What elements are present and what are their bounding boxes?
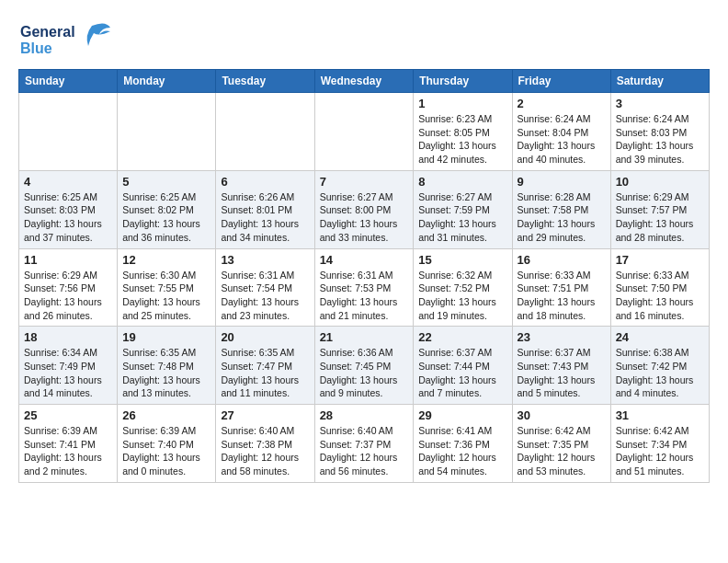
day-info: Sunrise: 6:42 AMSunset: 7:34 PMDaylight:…	[616, 424, 704, 478]
calendar-day-cell	[118, 93, 216, 171]
day-info: Sunrise: 6:34 AMSunset: 7:49 PMDaylight:…	[24, 346, 112, 400]
calendar-day-cell: 15Sunrise: 6:32 AMSunset: 7:52 PMDayligh…	[414, 248, 512, 327]
calendar-day-cell: 28Sunrise: 6:40 AMSunset: 7:37 PMDayligh…	[314, 405, 414, 483]
day-info: Sunrise: 6:37 AMSunset: 7:43 PMDaylight:…	[518, 346, 606, 400]
day-number: 6	[221, 175, 309, 189]
calendar-day-cell	[216, 93, 314, 171]
calendar-week-row: 1Sunrise: 6:23 AMSunset: 8:05 PMDaylight…	[19, 93, 710, 171]
day-number: 3	[616, 97, 704, 110]
calendar-day-cell: 24Sunrise: 6:38 AMSunset: 7:42 PMDayligh…	[610, 327, 709, 405]
day-number: 10	[616, 175, 704, 189]
day-number: 12	[122, 253, 210, 267]
calendar-day-cell: 21Sunrise: 6:36 AMSunset: 7:45 PMDayligh…	[314, 327, 414, 405]
day-number: 23	[518, 330, 606, 344]
calendar-day-cell: 16Sunrise: 6:33 AMSunset: 7:51 PMDayligh…	[512, 248, 610, 327]
calendar-header-row: SundayMondayTuesdayWednesdayThursdayFrid…	[19, 70, 710, 93]
day-number: 15	[418, 253, 506, 267]
column-header-monday: Monday	[118, 70, 216, 93]
day-info: Sunrise: 6:28 AMSunset: 7:58 PMDaylight:…	[518, 190, 606, 245]
calendar-day-cell: 2Sunrise: 6:24 AMSunset: 8:04 PMDaylight…	[512, 93, 610, 171]
calendar-day-cell: 19Sunrise: 6:35 AMSunset: 7:48 PMDayligh…	[118, 327, 216, 405]
calendar-day-cell	[19, 93, 118, 171]
column-header-friday: Friday	[512, 70, 610, 93]
calendar-day-cell: 23Sunrise: 6:37 AMSunset: 7:43 PMDayligh…	[512, 327, 610, 405]
day-info: Sunrise: 6:33 AMSunset: 7:50 PMDaylight:…	[616, 269, 704, 323]
day-info: Sunrise: 6:37 AMSunset: 7:44 PMDaylight:…	[418, 346, 506, 400]
calendar-day-cell: 12Sunrise: 6:30 AMSunset: 7:55 PMDayligh…	[118, 248, 216, 327]
calendar-table: SundayMondayTuesdayWednesdayThursdayFrid…	[18, 69, 710, 483]
day-number: 8	[418, 175, 506, 189]
day-number: 1	[418, 97, 506, 110]
calendar-day-cell: 1Sunrise: 6:23 AMSunset: 8:05 PMDaylight…	[414, 93, 512, 171]
day-number: 21	[320, 330, 409, 344]
day-info: Sunrise: 6:41 AMSunset: 7:36 PMDaylight:…	[418, 424, 506, 478]
calendar-day-cell: 7Sunrise: 6:27 AMSunset: 8:00 PMDaylight…	[314, 170, 414, 248]
calendar-week-row: 25Sunrise: 6:39 AMSunset: 7:41 PMDayligh…	[19, 405, 710, 483]
calendar-day-cell: 9Sunrise: 6:28 AMSunset: 7:58 PMDaylight…	[512, 170, 610, 248]
day-info: Sunrise: 6:38 AMSunset: 7:42 PMDaylight:…	[616, 346, 704, 400]
day-info: Sunrise: 6:39 AMSunset: 7:41 PMDaylight:…	[24, 424, 112, 478]
calendar-day-cell	[314, 93, 414, 171]
column-header-wednesday: Wednesday	[314, 70, 414, 93]
calendar-day-cell: 18Sunrise: 6:34 AMSunset: 7:49 PMDayligh…	[19, 327, 118, 405]
day-info: Sunrise: 6:25 AMSunset: 8:02 PMDaylight:…	[122, 190, 210, 245]
calendar-week-row: 4Sunrise: 6:25 AMSunset: 8:03 PMDaylight…	[19, 170, 710, 248]
day-number: 31	[616, 408, 704, 422]
calendar-day-cell: 3Sunrise: 6:24 AMSunset: 8:03 PMDaylight…	[610, 93, 709, 171]
calendar-day-cell: 4Sunrise: 6:25 AMSunset: 8:03 PMDaylight…	[19, 170, 118, 248]
day-number: 29	[418, 408, 506, 422]
day-info: Sunrise: 6:29 AMSunset: 7:57 PMDaylight:…	[616, 190, 704, 245]
page-header: General Blue	[18, 18, 710, 60]
day-info: Sunrise: 6:39 AMSunset: 7:40 PMDaylight:…	[122, 424, 210, 478]
day-number: 30	[518, 408, 606, 422]
day-info: Sunrise: 6:31 AMSunset: 7:53 PMDaylight:…	[320, 269, 409, 323]
day-number: 26	[122, 408, 210, 422]
calendar-day-cell: 20Sunrise: 6:35 AMSunset: 7:47 PMDayligh…	[216, 327, 314, 405]
column-header-sunday: Sunday	[19, 70, 118, 93]
day-number: 5	[122, 175, 210, 189]
calendar-day-cell: 30Sunrise: 6:42 AMSunset: 7:35 PMDayligh…	[512, 405, 610, 483]
svg-text:General: General	[20, 24, 75, 40]
logo: General Blue	[18, 18, 119, 60]
day-number: 4	[24, 175, 112, 189]
day-number: 11	[24, 253, 112, 267]
calendar-week-row: 18Sunrise: 6:34 AMSunset: 7:49 PMDayligh…	[19, 327, 710, 405]
day-info: Sunrise: 6:26 AMSunset: 8:01 PMDaylight:…	[221, 190, 309, 245]
column-header-thursday: Thursday	[414, 70, 512, 93]
calendar-day-cell: 6Sunrise: 6:26 AMSunset: 8:01 PMDaylight…	[216, 170, 314, 248]
day-number: 25	[24, 408, 112, 422]
calendar-day-cell: 29Sunrise: 6:41 AMSunset: 7:36 PMDayligh…	[414, 405, 512, 483]
day-info: Sunrise: 6:29 AMSunset: 7:56 PMDaylight:…	[24, 269, 112, 323]
day-number: 17	[616, 253, 704, 267]
day-number: 14	[320, 253, 409, 267]
day-number: 20	[221, 330, 309, 344]
day-info: Sunrise: 6:40 AMSunset: 7:38 PMDaylight:…	[221, 424, 309, 478]
column-header-saturday: Saturday	[610, 70, 709, 93]
calendar-day-cell: 10Sunrise: 6:29 AMSunset: 7:57 PMDayligh…	[610, 170, 709, 248]
day-info: Sunrise: 6:24 AMSunset: 8:03 PMDaylight:…	[616, 112, 704, 167]
calendar-week-row: 11Sunrise: 6:29 AMSunset: 7:56 PMDayligh…	[19, 248, 710, 327]
svg-text:Blue: Blue	[20, 40, 52, 56]
day-number: 7	[320, 175, 409, 189]
day-number: 24	[616, 330, 704, 344]
day-info: Sunrise: 6:42 AMSunset: 7:35 PMDaylight:…	[518, 424, 606, 478]
day-info: Sunrise: 6:35 AMSunset: 7:48 PMDaylight:…	[122, 346, 210, 400]
logo-svg: General Blue	[18, 18, 119, 60]
calendar-day-cell: 8Sunrise: 6:27 AMSunset: 7:59 PMDaylight…	[414, 170, 512, 248]
day-info: Sunrise: 6:33 AMSunset: 7:51 PMDaylight:…	[518, 269, 606, 323]
calendar-day-cell: 5Sunrise: 6:25 AMSunset: 8:02 PMDaylight…	[118, 170, 216, 248]
calendar-day-cell: 26Sunrise: 6:39 AMSunset: 7:40 PMDayligh…	[118, 405, 216, 483]
day-number: 18	[24, 330, 112, 344]
day-info: Sunrise: 6:36 AMSunset: 7:45 PMDaylight:…	[320, 346, 409, 400]
calendar-day-cell: 13Sunrise: 6:31 AMSunset: 7:54 PMDayligh…	[216, 248, 314, 327]
day-info: Sunrise: 6:27 AMSunset: 8:00 PMDaylight:…	[320, 190, 409, 245]
calendar-day-cell: 14Sunrise: 6:31 AMSunset: 7:53 PMDayligh…	[314, 248, 414, 327]
day-info: Sunrise: 6:23 AMSunset: 8:05 PMDaylight:…	[418, 112, 506, 167]
day-number: 13	[221, 253, 309, 267]
column-header-tuesday: Tuesday	[216, 70, 314, 93]
calendar-day-cell: 25Sunrise: 6:39 AMSunset: 7:41 PMDayligh…	[19, 405, 118, 483]
calendar-day-cell: 17Sunrise: 6:33 AMSunset: 7:50 PMDayligh…	[610, 248, 709, 327]
day-number: 27	[221, 408, 309, 422]
day-info: Sunrise: 6:27 AMSunset: 7:59 PMDaylight:…	[418, 190, 506, 245]
day-info: Sunrise: 6:25 AMSunset: 8:03 PMDaylight:…	[24, 190, 112, 245]
